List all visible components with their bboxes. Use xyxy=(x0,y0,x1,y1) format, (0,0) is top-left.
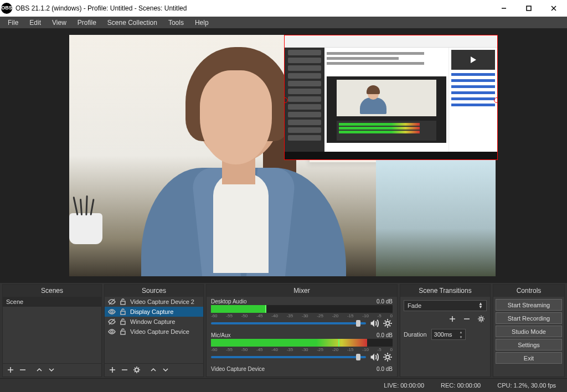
source-item[interactable]: Video Capture Device xyxy=(105,327,203,337)
menu-profile[interactable]: Profile xyxy=(73,18,101,28)
duration-spinbox[interactable]: ▲▼ xyxy=(431,329,466,340)
source-label: Display Capture xyxy=(130,308,173,315)
lock-open-icon[interactable] xyxy=(119,298,127,306)
close-button[interactable] xyxy=(541,0,566,17)
menu-scene-collection[interactable]: Scene Collection xyxy=(103,18,162,28)
statusbar: LIVE: 00:00:00 REC: 00:00:00 CPU: 1.2%, … xyxy=(0,378,567,392)
menu-edit[interactable]: Edit xyxy=(25,18,45,28)
gear-icon[interactable] xyxy=(383,352,393,362)
exit-button[interactable]: Exit xyxy=(496,352,562,364)
mixer-panel: Mixer Desktop Audio0.0 dB -60-55-50-45-4… xyxy=(206,284,398,376)
svg-rect-12 xyxy=(121,321,125,324)
transition-settings-button[interactable] xyxy=(476,313,487,324)
transitions-panel: Scene Transitions Fade ▲▼ Duration ▲▼ xyxy=(400,284,491,376)
svg-rect-8 xyxy=(121,301,125,305)
scenes-panel: Scenes Scene xyxy=(2,284,102,376)
add-scene-button[interactable] xyxy=(5,364,16,375)
scene-item[interactable]: Scene xyxy=(3,297,101,307)
eye-off-icon[interactable] xyxy=(108,318,116,326)
duration-input[interactable] xyxy=(432,329,457,339)
status-cpu: CPU: 1.2%, 30.00 fps xyxy=(497,382,556,389)
status-live: LIVE: 00:00:00 xyxy=(384,382,424,389)
app-icon: OBS xyxy=(1,3,12,14)
settings-button[interactable]: Settings xyxy=(496,339,562,350)
svg-point-20 xyxy=(386,355,389,359)
scene-move-down-button[interactable] xyxy=(46,364,57,375)
svg-point-13 xyxy=(111,331,113,333)
titlebar: OBS OBS 21.1.2 (windows) - Profile: Unti… xyxy=(0,0,567,17)
lock-open-icon[interactable] xyxy=(119,328,127,336)
source-label: Video Capture Device xyxy=(130,328,189,335)
mixer-meter xyxy=(211,305,393,313)
mixer-meter xyxy=(211,339,393,347)
add-transition-button[interactable] xyxy=(447,313,458,324)
menu-help[interactable]: Help xyxy=(190,18,213,28)
source-move-up-button[interactable] xyxy=(148,364,159,375)
source-item[interactable]: Window Capture xyxy=(105,317,203,327)
preview-area xyxy=(0,28,567,283)
source-label: Window Capture xyxy=(130,318,175,325)
svg-rect-14 xyxy=(121,331,125,334)
minimize-button[interactable] xyxy=(491,0,516,17)
maximize-button[interactable] xyxy=(516,0,541,17)
source-item[interactable]: Video Capture Device 2 xyxy=(105,297,203,307)
sources-panel: Sources Video Capture Device 2 Display C… xyxy=(104,284,204,376)
mixer-channel-name: Desktop Audio xyxy=(211,298,247,305)
spin-up-icon[interactable]: ▲ xyxy=(457,329,465,334)
controls-panel: Controls Start Streaming Start Recording… xyxy=(493,284,565,376)
svg-point-9 xyxy=(111,311,113,313)
remove-source-button[interactable] xyxy=(119,364,130,375)
mixer-channel: Mic/Aux0.0 dB -60-55-50-45-40-35-30-25-2… xyxy=(207,331,397,364)
menu-view[interactable]: View xyxy=(48,18,71,28)
start-streaming-button[interactable]: Start Streaming xyxy=(496,299,562,311)
gear-icon[interactable] xyxy=(383,318,393,328)
duration-label: Duration xyxy=(404,331,427,338)
controls-header: Controls xyxy=(493,285,564,297)
svg-rect-1 xyxy=(527,6,531,11)
studio-mode-button[interactable]: Studio Mode xyxy=(496,326,562,337)
transition-current: Fade xyxy=(408,302,421,309)
sources-header: Sources xyxy=(105,285,203,297)
source-move-down-button[interactable] xyxy=(160,364,171,375)
remove-scene-button[interactable] xyxy=(17,364,28,375)
window-title: OBS 21.1.2 (windows) - Profile: Untitled… xyxy=(16,4,491,12)
speaker-icon[interactable] xyxy=(369,318,379,328)
eye-icon[interactable] xyxy=(108,308,116,316)
svg-rect-10 xyxy=(121,311,125,314)
volume-slider[interactable] xyxy=(211,356,366,358)
mixer-channel-name: Video Capture Device xyxy=(211,366,265,372)
scenes-header: Scenes xyxy=(3,285,101,297)
mixer-channel: Desktop Audio0.0 dB -60-55-50-45-40-35-3… xyxy=(207,297,397,331)
svg-point-18 xyxy=(135,368,138,372)
preview-canvas[interactable] xyxy=(69,35,498,276)
remove-transition-button[interactable] xyxy=(461,313,472,324)
volume-slider[interactable] xyxy=(211,322,366,324)
mixer-channel-db: 0.0 dB xyxy=(377,366,393,372)
eye-icon[interactable] xyxy=(108,328,116,336)
chevron-up-down-icon: ▲▼ xyxy=(478,302,483,309)
status-rec: REC: 00:00:00 xyxy=(441,382,481,389)
svg-point-19 xyxy=(386,322,389,325)
scene-move-up-button[interactable] xyxy=(34,364,45,375)
menu-file[interactable]: File xyxy=(3,18,23,28)
mixer-channel-name: Mic/Aux xyxy=(211,332,231,338)
mixer-channel: Video Capture Device0.0 dB xyxy=(207,364,397,375)
source-item[interactable]: Display Capture xyxy=(105,307,203,317)
lock-open-icon[interactable] xyxy=(119,318,127,326)
lock-open-icon[interactable] xyxy=(119,308,127,316)
start-recording-button[interactable]: Start Recording xyxy=(496,312,562,324)
mixer-channel-db: 0.0 dB xyxy=(377,332,393,338)
menubar: File Edit View Profile Scene Collection … xyxy=(0,17,567,28)
add-source-button[interactable] xyxy=(107,364,118,375)
source-settings-button[interactable] xyxy=(131,364,142,375)
source-label: Video Capture Device 2 xyxy=(130,298,194,305)
sources-list: Video Capture Device 2 Display Capture W… xyxy=(105,297,203,363)
mixer-channel-db: 0.0 dB xyxy=(377,298,393,305)
display-capture-overlay[interactable] xyxy=(284,35,498,160)
eye-off-icon[interactable] xyxy=(108,298,116,306)
spin-down-icon[interactable]: ▼ xyxy=(457,334,465,339)
svg-point-24 xyxy=(480,318,483,321)
speaker-icon[interactable] xyxy=(369,352,379,362)
menu-tools[interactable]: Tools xyxy=(164,18,188,28)
transition-dropdown[interactable]: Fade ▲▼ xyxy=(404,300,487,311)
